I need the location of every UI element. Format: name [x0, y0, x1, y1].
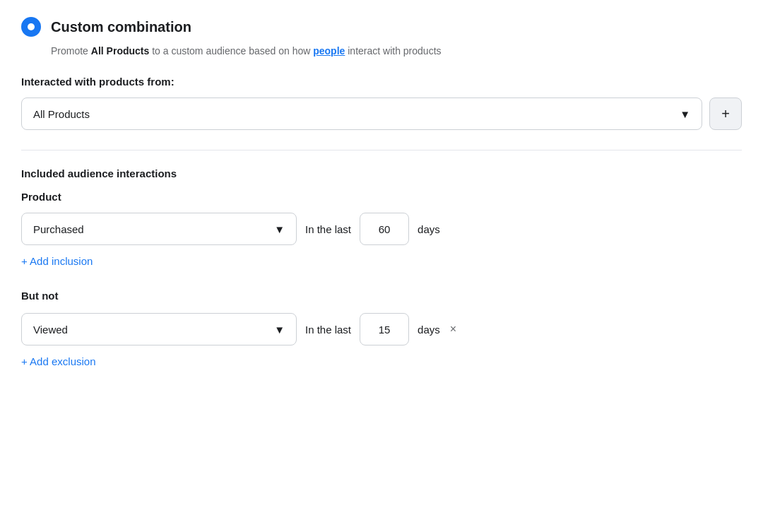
remove-exclusion-button[interactable]: ×: [450, 323, 456, 336]
subtitle-bold: All Products: [91, 45, 149, 57]
but-not-label: But not: [21, 290, 742, 302]
exclusion-row: Viewed ▼ In the last days ×: [21, 313, 742, 345]
subtitle-pre: Promote: [51, 45, 91, 57]
products-dropdown[interactable]: All Products ▼: [21, 97, 702, 130]
inclusion-dropdown-value: Purchased: [33, 223, 84, 235]
product-label: Product: [21, 191, 742, 203]
inclusion-days-input[interactable]: [360, 213, 409, 245]
add-product-button[interactable]: +: [709, 97, 742, 130]
inclusion-days-label: days: [418, 223, 440, 235]
products-dropdown-arrow-icon: ▼: [680, 108, 690, 120]
exclusion-days-input[interactable]: [360, 313, 409, 345]
section-divider: [21, 150, 742, 150]
inclusion-in-the-last-label: In the last: [305, 223, 351, 235]
subtitle: Promote All Products to a custom audienc…: [51, 44, 742, 59]
inclusion-dropdown[interactable]: Purchased ▼: [21, 213, 297, 245]
exclusion-dropdown-value: Viewed: [33, 324, 68, 336]
exclusion-days-label: days: [418, 324, 440, 336]
add-inclusion-button[interactable]: + Add inclusion: [21, 255, 93, 267]
exclusion-dropdown-arrow-icon: ▼: [274, 324, 285, 336]
exclusion-dropdown[interactable]: Viewed ▼: [21, 313, 297, 345]
subtitle-end: interact with products: [345, 45, 441, 57]
exclusion-in-the-last-label: In the last: [305, 324, 351, 336]
radio-inner: [28, 23, 35, 30]
page-title: Custom combination: [51, 19, 191, 35]
add-exclusion-button[interactable]: + Add exclusion: [21, 355, 96, 367]
excluded-section: But not Viewed ▼ In the last days × + Ad…: [21, 290, 742, 387]
products-row: All Products ▼ +: [21, 97, 742, 130]
interacted-section-label: Interacted with products from:: [21, 76, 742, 88]
products-dropdown-value: All Products: [33, 108, 90, 120]
radio-button[interactable]: [21, 17, 41, 37]
people-link[interactable]: people: [313, 45, 345, 57]
inclusion-dropdown-arrow-icon: ▼: [274, 223, 285, 235]
header-row: Custom combination: [21, 17, 742, 37]
inclusion-row: Purchased ▼ In the last days: [21, 213, 742, 245]
included-section-label: Included audience interactions: [21, 167, 742, 179]
subtitle-mid: to a custom audience based on how: [149, 45, 313, 57]
